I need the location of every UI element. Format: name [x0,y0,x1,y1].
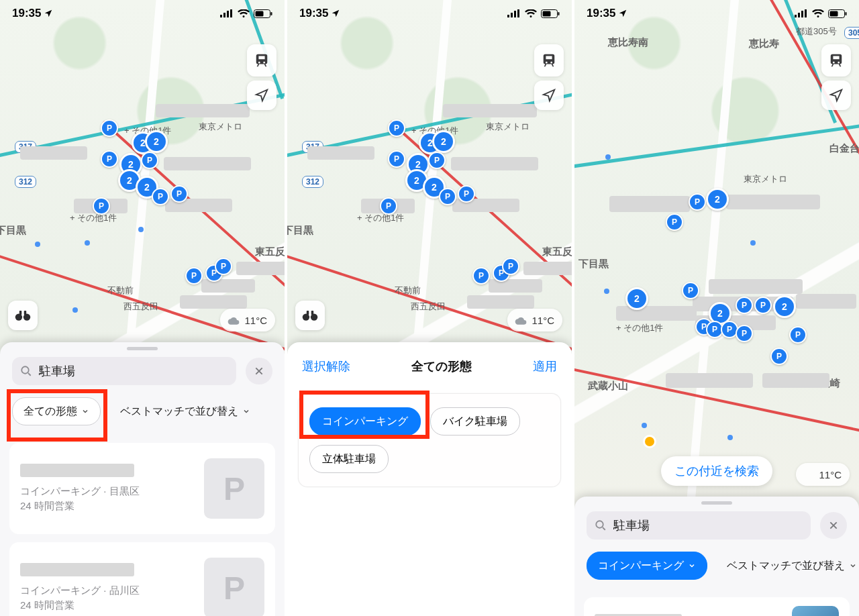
pin-p[interactable]: P [93,197,110,215]
pin-p[interactable]: P [141,152,158,169]
result-card[interactable]: コインパーキング · 目黒区 24 時間営業 P [9,443,275,534]
result-thumb [792,606,839,616]
label-shimomeguro: 下目黒 [0,224,26,237]
weather-pill[interactable]: 11°C [796,463,850,486]
lookaround-button[interactable] [295,301,325,330]
filter-type-chip[interactable]: 全ての形態 [12,397,101,425]
svg-rect-17 [543,11,551,16]
moon-icon [803,468,815,480]
search-field[interactable] [38,364,228,379]
result-card[interactable]: コインパーキング · 品川区 24 時間営業 P [9,542,275,616]
cloud-icon [514,315,527,325]
wifi-icon [238,9,250,18]
locate-button[interactable] [821,81,851,110]
svg-rect-15 [517,9,519,17]
pin-p[interactable]: P [215,258,232,275]
screenshot-3: 305 恵比寿南 恵比寿 都道305号 白金台 東京メトロ 下目黒 + その他1… [574,0,859,616]
pin-p: P [472,267,490,285]
svg-rect-9 [19,311,21,315]
pin-p: P [428,152,446,169]
opt-multi-story[interactable]: 立体駐車場 [309,445,389,473]
pin-2[interactable]: 2 [706,188,729,211]
weather-temp: 11°C [244,315,267,326]
transit-button[interactable] [247,44,276,76]
result-subtitle: コインパーキング · 品川区 [20,584,140,596]
pin-p[interactable]: P [666,213,683,231]
pin-p[interactable]: P [101,119,118,137]
pin-p: P [502,258,519,275]
label-metro: 東京メトロ [199,121,242,133]
svg-rect-3 [230,9,232,17]
pin-p[interactable]: P [770,348,788,365]
opt-bike-parking[interactable]: バイク駐車場 [430,407,520,435]
pin-p[interactable]: P [789,326,807,344]
svg-rect-22 [311,311,313,315]
signal-icon [220,9,234,17]
transit-button[interactable] [821,44,851,76]
pin-p[interactable]: P [170,185,188,203]
active-filter-chip[interactable]: コインパーキング [587,552,707,580]
svg-rect-14 [514,11,516,17]
pin-p[interactable]: P [185,267,203,285]
pin-p: P [388,119,405,137]
result-thumb: P [204,558,264,616]
svg-rect-5 [256,11,264,16]
locate-button[interactable] [534,81,564,110]
search-nearby-button[interactable]: この付近を検索 [661,456,772,486]
transit-button[interactable] [534,44,564,76]
svg-rect-23 [795,15,797,17]
apply-button[interactable]: 適用 [533,358,557,374]
sort-chip[interactable]: ベストマッチで並び替え [715,552,859,580]
clear-button[interactable]: 選択解除 [302,358,350,374]
pin-p: P [388,150,405,168]
locate-button[interactable] [247,81,276,110]
pin-p[interactable]: P [736,297,753,314]
svg-rect-0 [220,15,222,17]
cloud-icon [227,315,240,325]
results-panel[interactable]: 全ての形態 ベストマッチで並び替え コインパーキング · 目黒区 24 時間営業… [0,342,285,616]
weather-pill[interactable]: 11°C [507,309,562,331]
pin-2[interactable]: 2 [773,295,796,318]
close-button[interactable] [246,358,272,384]
result-title-redacted [20,464,134,477]
drawer-grabber[interactable] [701,501,732,505]
shield-305: 305 [844,27,859,39]
chevron-down-icon [849,562,857,570]
weather-pill[interactable]: 11°C [220,309,275,331]
lookaround-button[interactable] [8,301,38,330]
opt-coin-parking[interactable]: コインパーキング [309,407,421,435]
svg-rect-25 [801,11,803,17]
pin-p[interactable]: P [101,150,118,168]
search-icon [20,365,32,377]
sort-chip[interactable]: ベストマッチで並び替え [109,397,262,425]
results-panel[interactable]: コインパーキング ベストマッチで並び替え [574,497,859,616]
svg-point-30 [596,521,603,528]
search-input[interactable] [587,511,811,540]
svg-rect-2 [227,11,229,17]
pin-p[interactable]: P [754,297,772,314]
pin-p[interactable]: P [152,188,169,205]
pin-p[interactable]: P [736,325,753,342]
pin-2[interactable]: 2 [625,287,648,310]
label-fudomae: 不動前 [107,285,134,297]
pin-p[interactable]: P [682,282,699,299]
drawer-grabber[interactable] [127,347,158,350]
svg-rect-26 [805,9,807,17]
filter-sheet[interactable]: 選択解除 全ての形態 適用 コインパーキング バイク駐車場 立体駐車場 [287,342,572,616]
result-thumb: P [204,458,264,519]
search-field[interactable] [612,518,803,533]
selected-map-marker[interactable] [643,435,656,448]
battery-icon [254,9,272,18]
close-button[interactable] [820,512,847,539]
pin-2: 2 [432,130,455,153]
result-card[interactable] [584,597,850,616]
pin-2[interactable]: 2 [145,130,168,153]
search-input[interactable] [12,357,236,385]
pin-p[interactable]: P [689,193,706,211]
svg-rect-13 [511,13,513,17]
status-time: 19:35 [12,7,41,20]
pin-p: P [380,197,397,215]
sheet-title: 全ての形態 [411,358,472,374]
svg-rect-18 [558,12,560,15]
svg-rect-12 [507,15,509,17]
